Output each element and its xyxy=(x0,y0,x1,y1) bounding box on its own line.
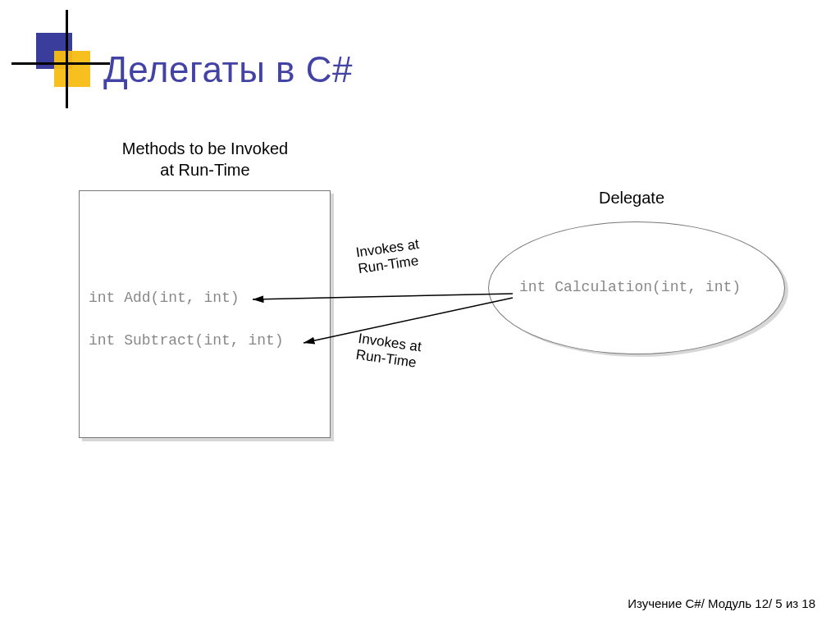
diagram-area: Methods to be Invoked at Run-Time int Ad… xyxy=(33,131,804,525)
methods-heading-line2: at Run-Time xyxy=(160,161,249,179)
slide-title: Делегаты в C# xyxy=(103,49,353,90)
logo-vertical-line xyxy=(66,10,68,108)
logo-square-yellow xyxy=(54,51,90,87)
method-subtract-signature: int Subtract(int, int) xyxy=(89,332,284,349)
delegate-heading: Delegate xyxy=(582,187,681,208)
slide-footer: Изучение C#/ Модуль 12/ 5 из 18 xyxy=(628,596,815,610)
methods-heading: Methods to be Invoked at Run-Time xyxy=(98,138,312,180)
svg-line-1 xyxy=(304,298,513,343)
methods-heading-line1: Methods to be Invoked xyxy=(122,139,288,158)
delegate-signature: int Calculation(int, int) xyxy=(519,279,741,295)
method-add-signature: int Add(int, int) xyxy=(89,290,240,306)
logo-horizontal-line xyxy=(11,62,110,65)
methods-box xyxy=(79,190,331,438)
arrow-label-top: Invokes at Run-Time xyxy=(355,236,422,277)
arrow-label-bottom: Invokes at Run-Time xyxy=(355,331,422,372)
